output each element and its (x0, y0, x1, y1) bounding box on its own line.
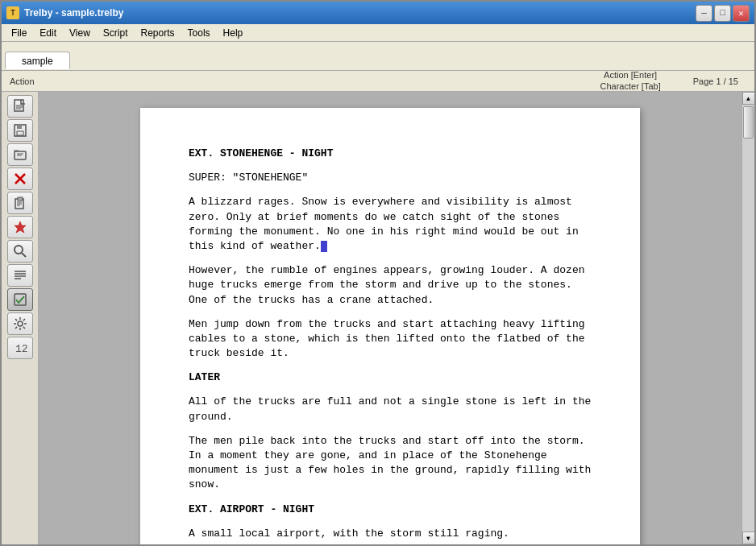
script-block: However, the rumble of engines appears, … (189, 263, 592, 308)
tab-bar: sample (2, 42, 754, 71)
close-button[interactable]: ✕ (733, 5, 750, 22)
menu-help[interactable]: Help (217, 26, 250, 40)
scroll-up-arrow[interactable]: ▲ (742, 92, 755, 105)
svg-rect-6 (17, 131, 23, 135)
scrollbar: ▲ ▼ (741, 92, 754, 544)
sidebar-settings-btn[interactable] (7, 312, 33, 335)
sidebar: 12 (2, 92, 39, 544)
minimize-button[interactable]: — (696, 5, 712, 22)
page-container[interactable]: EXT. STONEHENGE - NIGHTSUPER: "STONEHENG… (39, 92, 741, 544)
sidebar-find-btn[interactable] (7, 240, 33, 263)
script-block: LATER (189, 370, 592, 385)
script-block: Men jump down from the trucks and start … (189, 317, 592, 362)
sidebar-list-btn[interactable] (7, 264, 33, 287)
sidebar-check-btn[interactable] (7, 288, 33, 311)
menu-reports[interactable]: Reports (135, 26, 181, 40)
current-element-label: Action (2, 77, 584, 86)
menu-tools[interactable]: Tools (181, 26, 217, 40)
scroll-track[interactable] (742, 105, 754, 532)
svg-point-17 (15, 246, 23, 254)
content-area: 12 EXT. STONEHENGE - NIGHTSUPER: "STONEH… (2, 92, 754, 544)
title-bar-left: T Trelby - sample.trelby (6, 6, 123, 19)
app-icon: T (6, 6, 19, 19)
svg-text:12: 12 (15, 343, 27, 355)
svg-line-18 (22, 253, 26, 257)
menu-edit[interactable]: Edit (33, 26, 63, 40)
maximize-button[interactable]: □ (714, 5, 731, 22)
svg-rect-13 (18, 197, 23, 201)
tabs-container: sample (5, 43, 751, 68)
scroll-thumb[interactable] (743, 106, 754, 139)
window-title: Trelby - sample.trelby (24, 7, 123, 19)
sidebar-paste-btn[interactable] (7, 192, 33, 214)
shortcut-hint: Action [Enter] Character [Tab] (584, 70, 677, 91)
script-block: EXT. AIRPORT - NIGHT (189, 503, 592, 517)
sidebar-new-btn[interactable] (7, 95, 33, 118)
app-window: T Trelby - sample.trelby — □ ✕ File Edit… (0, 0, 756, 546)
scroll-down-arrow[interactable]: ▼ (742, 532, 755, 544)
status-bar: Action Action [Enter] Character [Tab] Pa… (2, 71, 754, 92)
title-bar: T Trelby - sample.trelby — □ ✕ (2, 2, 754, 24)
script-block: A blizzard rages. Snow is everywhere and… (189, 195, 592, 254)
sidebar-delete-btn[interactable] (7, 168, 33, 190)
svg-rect-5 (17, 125, 22, 129)
sidebar-number-btn[interactable]: 12 (7, 337, 33, 359)
sidebar-save-btn[interactable] (7, 119, 33, 142)
page-indicator: Page 1 / 15 (677, 77, 754, 86)
text-cursor (321, 241, 327, 252)
menu-bar: File Edit View Script Reports Tools Help (2, 24, 754, 42)
menu-view[interactable]: View (63, 26, 97, 40)
tab-sample[interactable]: sample (5, 52, 70, 69)
document-area: EXT. STONEHENGE - NIGHTSUPER: "STONEHENG… (39, 92, 754, 544)
script-block: EXT. STONEHENGE - NIGHT (189, 147, 592, 161)
script-block: A small local airport, with the storm st… (189, 527, 592, 541)
menu-file[interactable]: File (5, 26, 33, 40)
script-block: The men pile back into the trucks and st… (189, 434, 592, 493)
screenplay-page[interactable]: EXT. STONEHENGE - NIGHTSUPER: "STONEHENG… (140, 108, 640, 544)
window-controls: — □ ✕ (696, 5, 750, 22)
svg-point-24 (18, 321, 23, 326)
script-block: All of the trucks are full and not a sin… (189, 395, 592, 424)
sidebar-mark-btn[interactable] (7, 216, 33, 238)
menu-script[interactable]: Script (97, 26, 135, 40)
sidebar-open-btn[interactable] (7, 143, 33, 166)
script-block: SUPER: "STONEHENGE" (189, 171, 592, 185)
